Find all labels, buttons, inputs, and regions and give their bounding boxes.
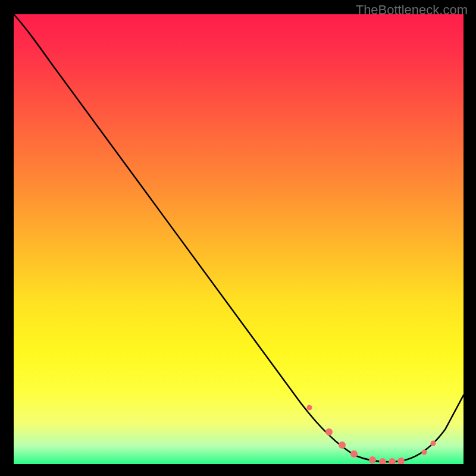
highlight-dot bbox=[389, 458, 396, 464]
curve-path bbox=[14, 14, 464, 462]
highlight-dot bbox=[350, 450, 358, 458]
highlight-dot bbox=[379, 458, 386, 464]
highlight-dot bbox=[325, 428, 333, 436]
watermark-text: TheBottleneck.com bbox=[356, 2, 468, 18]
chart-curve bbox=[14, 14, 464, 464]
highlight-dot bbox=[307, 405, 312, 411]
highlight-dot bbox=[369, 456, 376, 464]
plot-area bbox=[14, 14, 464, 464]
highlight-dot bbox=[431, 441, 436, 446]
highlight-dot bbox=[339, 441, 346, 449]
highlight-dot bbox=[397, 458, 405, 464]
highlight-dot bbox=[422, 450, 427, 455]
